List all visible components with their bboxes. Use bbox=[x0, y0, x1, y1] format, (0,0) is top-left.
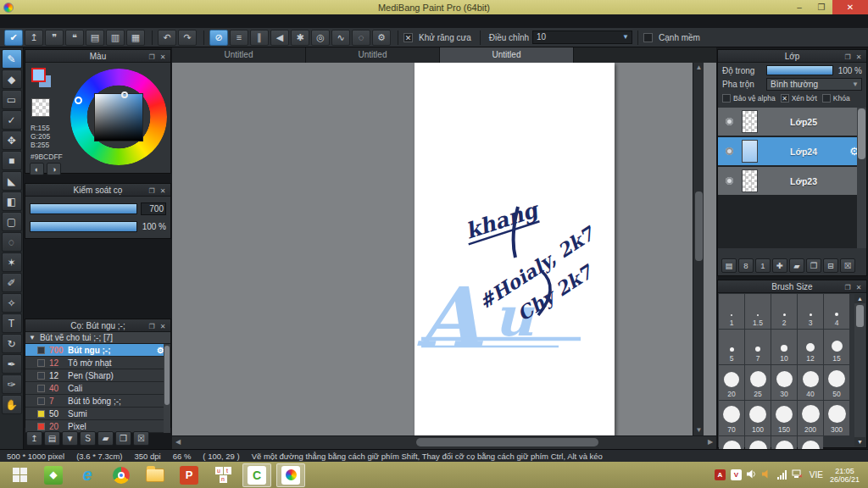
brush-size-cell[interactable]: 7 bbox=[745, 330, 771, 364]
taskbar-file-explorer[interactable] bbox=[141, 463, 170, 487]
antialias-checkbox[interactable]: ✕ bbox=[403, 33, 413, 42]
soft-edge-checkbox[interactable] bbox=[643, 33, 653, 42]
v-tray-icon[interactable]: V bbox=[731, 469, 742, 480]
brush-size-scroll-thumb[interactable] bbox=[856, 305, 864, 327]
brush-footer-button[interactable]: S bbox=[80, 431, 96, 446]
layer-footer-button[interactable]: ✚ bbox=[772, 258, 787, 273]
tool-button[interactable]: ◆ bbox=[2, 69, 22, 89]
layer-footer-button[interactable]: ❐ bbox=[806, 258, 821, 273]
brush-size-cell[interactable]: 30 bbox=[771, 365, 797, 400]
brush-size-slider[interactable] bbox=[30, 203, 137, 214]
horizontal-scroll-thumb[interactable] bbox=[416, 438, 598, 446]
language-indicator[interactable]: VIE bbox=[810, 470, 823, 480]
tool-button[interactable]: ◣ bbox=[2, 171, 22, 191]
brush-size-cell[interactable]: 12 bbox=[798, 330, 823, 364]
start-button[interactable] bbox=[5, 463, 34, 487]
toolbar-button[interactable]: ❞ bbox=[45, 30, 64, 46]
layer-scrollbar[interactable] bbox=[857, 108, 866, 248]
brush-size-cell[interactable]: 400 bbox=[719, 436, 744, 449]
signal-bars-icon[interactable] bbox=[777, 470, 787, 480]
toolbar-button[interactable]: ❝ bbox=[65, 30, 84, 46]
visibility-icon[interactable] bbox=[726, 118, 733, 125]
maximize-button[interactable]: ❐ bbox=[810, 0, 832, 14]
brush-size-cell[interactable]: 1000 bbox=[798, 436, 823, 449]
brush-folder-row[interactable]: ▼ Bút vẽ cho tui ;-; [7] bbox=[25, 332, 170, 344]
minimize-button[interactable]: – bbox=[788, 0, 810, 14]
tool-button[interactable]: ◌ bbox=[2, 232, 22, 252]
taskbar-bluestacks[interactable]: ◆ bbox=[39, 463, 68, 487]
brush-row[interactable]: 700 Bút ngu ;-; ⚙ bbox=[25, 344, 170, 357]
popout-icon[interactable]: ❐ bbox=[843, 281, 853, 294]
brush-row[interactable]: 40 Cali ⚙ bbox=[25, 382, 170, 395]
layer-footer-button[interactable]: ▰ bbox=[789, 258, 804, 273]
sv-selector[interactable] bbox=[121, 92, 128, 98]
snap-mode-button[interactable]: ≡ bbox=[230, 30, 248, 46]
brush-opacity-slider[interactable] bbox=[30, 221, 137, 232]
scroll-left-icon[interactable]: ◀ bbox=[173, 437, 183, 447]
brush-size-cell[interactable]: 20 bbox=[719, 365, 744, 400]
checkbox-icon[interactable] bbox=[822, 94, 831, 103]
popout-icon[interactable]: ❐ bbox=[843, 51, 853, 64]
undo-button[interactable]: ↶ bbox=[158, 30, 176, 46]
layer-footer-button[interactable]: 1 bbox=[755, 258, 771, 273]
layer-row[interactable]: Lớp25 ⚙ bbox=[718, 108, 866, 136]
brush-size-cell[interactable]: 50 bbox=[824, 365, 849, 400]
layer-row[interactable]: Lớp23 ⚙ bbox=[718, 167, 866, 195]
close-icon[interactable]: ✕ bbox=[158, 185, 168, 197]
brush-size-cell[interactable]: 700 bbox=[771, 436, 797, 449]
brush-size-cell[interactable]: 300 bbox=[824, 401, 849, 435]
layer-checkbox[interactable]: ✕ Xén bớt bbox=[781, 94, 817, 103]
taskbar-powerpoint[interactable]: P bbox=[175, 463, 203, 487]
taskbar-unikey[interactable]: utn bbox=[209, 463, 237, 487]
taskbar-internet-explorer[interactable]: e bbox=[73, 463, 102, 487]
popout-icon[interactable]: ❐ bbox=[147, 185, 157, 197]
document-tab[interactable]: Untitled bbox=[440, 47, 574, 63]
layer-footer-button[interactable]: ☒ bbox=[840, 258, 855, 273]
vertical-scrollbar[interactable]: ▲ ▼ bbox=[693, 63, 704, 435]
snap-mode-button[interactable]: ⚙ bbox=[372, 30, 391, 46]
scroll-up-icon[interactable]: ▲ bbox=[854, 294, 865, 303]
tool-button[interactable]: ✥ bbox=[2, 130, 22, 150]
brush-size-scrollbar[interactable]: ▲ ▼ bbox=[854, 294, 865, 446]
saturation-value-box[interactable] bbox=[94, 93, 143, 141]
brush-row[interactable]: 12 Pen (Sharp) ⚙ bbox=[25, 369, 170, 382]
layer-checkbox[interactable]: Bảo vệ alpha bbox=[722, 94, 776, 103]
brush-size-cell[interactable]: 1.5 bbox=[745, 294, 771, 329]
layer-footer-button[interactable]: 8 bbox=[738, 258, 754, 273]
tool-button[interactable]: ✋ bbox=[2, 395, 22, 414]
scroll-down-icon[interactable]: ▼ bbox=[693, 425, 704, 435]
brush-size-cell[interactable]: 10 bbox=[771, 330, 797, 364]
snap-mode-button[interactable]: ✱ bbox=[291, 30, 309, 46]
brush-size-cell[interactable]: 200 bbox=[798, 401, 823, 435]
brush-size-cell[interactable]: 25 bbox=[745, 365, 771, 400]
brush-size-cell[interactable]: 500 bbox=[745, 436, 771, 449]
brush-row[interactable]: 12 Tô mờ nhạt ⚙ bbox=[25, 357, 170, 369]
toolbar-button[interactable]: ▥ bbox=[106, 30, 125, 46]
toolbar-button[interactable]: ✔ bbox=[4, 30, 23, 46]
clock[interactable]: 21:05 26/06/21 bbox=[830, 467, 860, 484]
layer-opacity-slider[interactable] bbox=[766, 65, 833, 75]
tool-button[interactable]: ▢ bbox=[2, 212, 22, 231]
snap-mode-button[interactable]: ⊘ bbox=[209, 30, 228, 46]
popout-icon[interactable]: ❐ bbox=[147, 320, 157, 333]
document-tab[interactable]: Untitled bbox=[172, 47, 306, 63]
foreground-color-swatch[interactable] bbox=[31, 68, 46, 82]
visibility-icon[interactable] bbox=[726, 177, 733, 185]
taskbar-medibang[interactable] bbox=[276, 463, 305, 487]
checkbox-icon[interactable] bbox=[722, 94, 731, 103]
toolbar-button[interactable]: ▤ bbox=[86, 30, 104, 46]
blend-mode-dropdown[interactable]: Bình thường▼ bbox=[766, 78, 862, 91]
snap-mode-button[interactable]: ◀ bbox=[270, 30, 289, 46]
canvas-page[interactable]: A u khang #Hoialy, 2k7 Chy 2k7 bbox=[415, 63, 615, 435]
brush-size-cell[interactable]: 5 bbox=[719, 330, 744, 364]
layer-footer-button[interactable]: ▤ bbox=[721, 258, 737, 273]
brush-size-cell[interactable]: 4 bbox=[824, 294, 849, 329]
layer-row[interactable]: Lớp24 ⚙ bbox=[718, 137, 866, 165]
palette-add-icon[interactable]: ◑ bbox=[47, 163, 61, 175]
checkbox-icon[interactable]: ✕ bbox=[781, 94, 789, 103]
hue-selector[interactable] bbox=[75, 97, 82, 104]
layer-footer-button[interactable]: ⊟ bbox=[823, 258, 838, 273]
snap-mode-button[interactable]: ∥ bbox=[250, 30, 269, 46]
redo-button[interactable]: ↷ bbox=[178, 30, 197, 46]
volume-mixer-icon[interactable] bbox=[762, 469, 772, 480]
